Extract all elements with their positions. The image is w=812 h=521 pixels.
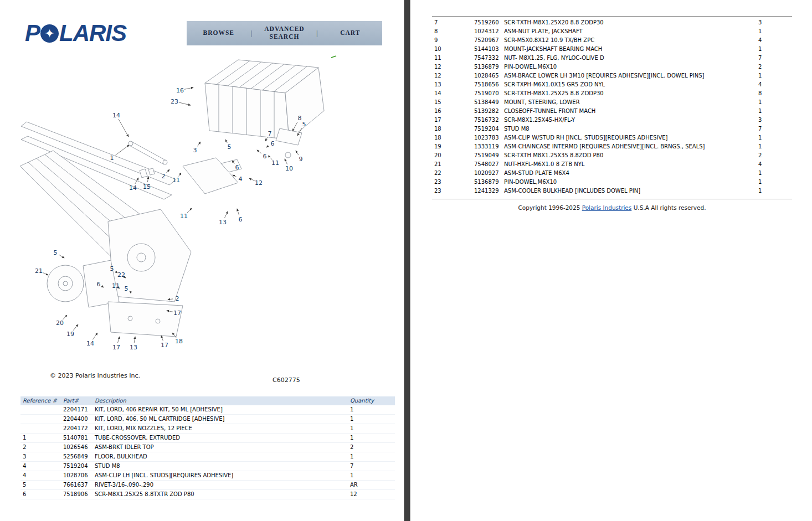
cell-qty: 1 — [348, 452, 395, 462]
table-row: 187519204STUD M87 — [432, 125, 792, 133]
cell-part: 7547332 — [472, 54, 502, 63]
cell-part: 7519049 — [472, 151, 502, 160]
cell-ref: 5 — [20, 481, 61, 490]
cell-ref: 22 — [432, 169, 472, 178]
table-row: 177516732SCR-M8X1.25X45-HX/FL-Y3 — [432, 116, 792, 125]
cell-desc: SCR-TXTH M8X1.25X35 8.8ZOD P80 — [502, 151, 756, 160]
parts-table-left: Reference #Part#DescriptionQuantity 2204… — [20, 396, 395, 499]
callout-number: 7 — [268, 130, 272, 137]
callout-leader — [224, 212, 228, 218]
callout-number: 3 — [193, 147, 197, 154]
cell-part: 7519260 — [472, 18, 502, 27]
callout-leader — [257, 150, 261, 153]
callout-number: 20 — [56, 319, 64, 327]
callout-number: 21 — [35, 267, 43, 275]
cell-desc: ASM-CLIP W/STUD RH [INCL. STUDS][REQUIRE… — [502, 133, 756, 142]
callout-number: 11 — [112, 282, 120, 290]
cell-qty: 4 — [756, 160, 792, 169]
cell-part: 5138449 — [472, 98, 502, 107]
logo-letter-p: P — [25, 22, 40, 45]
cell-part: 7518906 — [61, 490, 92, 499]
cell-qty: 4 — [756, 36, 792, 45]
cell-desc: SCR-TXTH-M8X1.25X25 8.8 ZODP30 — [502, 89, 756, 98]
cell-qty: 1 — [348, 405, 395, 415]
cell-ref — [20, 405, 61, 415]
nav-cart[interactable]: CART — [325, 29, 376, 37]
callout-number: 19 — [66, 331, 74, 338]
nav-advanced-search[interactable]: ADVANCED SEARCH — [259, 25, 310, 41]
cell-desc: TUBE-CROSSOVER, EXTRUDED — [92, 434, 348, 443]
cell-part: 5136879 — [472, 63, 502, 71]
cell-qty: 2 — [756, 151, 792, 160]
cell-qty: 12 — [348, 490, 395, 499]
table-row: 2204171KIT, LORD, 406 REPAIR KIT, 50 ML … — [20, 405, 395, 415]
callout-number: 16 — [176, 87, 184, 94]
cell-qty: 3 — [756, 18, 792, 27]
cell-qty: 1 — [756, 169, 792, 178]
callout-leader — [93, 333, 97, 339]
cell-ref: 20 — [432, 151, 472, 160]
callout-number: 8 — [298, 115, 302, 122]
table-row: 121028465ASM-BRACE LOWER LH 3M10 [REQUIR… — [432, 71, 792, 80]
cell-qty: 1 — [348, 415, 395, 424]
cell-part: 1023783 — [472, 133, 502, 142]
callout-number: 2 — [176, 295, 179, 302]
table-row: 77519260SCR-TXTH-M8X1.25X20 8.8 ZODP303 — [432, 18, 792, 27]
cell-ref: 21 — [432, 160, 472, 169]
cell-part: 7518656 — [472, 80, 502, 89]
parts-table-right: 77519260SCR-TXTH-M8X1.25X20 8.8 ZODP3038… — [432, 18, 792, 195]
callout-leader — [285, 159, 287, 164]
callout-number: 11 — [271, 159, 279, 167]
table-row: 81024312ASM-NUT PLATE, JACKSHAFT1 — [432, 27, 792, 36]
cell-desc: NUT-HXFL-M6X1.0 8 ZTB NYL — [502, 160, 756, 169]
polaris-industries-link[interactable]: Polaris Industries — [582, 204, 632, 211]
cell-qty: 7 — [756, 125, 792, 133]
footer-copyright: Copyright 1996-2025 Polaris Industries U… — [432, 204, 792, 211]
table-row: 41028706ASM-CLIP LH [INCL. STUDS][REQUIR… — [20, 471, 395, 481]
cell-qty: 1 — [756, 27, 792, 36]
cell-qty: 1 — [348, 471, 395, 481]
table-row: 2204172KIT, LORD, MIX NOZZLES, 12 PIECE1 — [20, 424, 395, 434]
cell-ref: 23 — [432, 178, 472, 187]
column-header: Quantity — [348, 396, 395, 405]
cell-desc: MOUNT, STEERING, LOWER — [502, 98, 756, 107]
nav-browse[interactable]: BROWSE — [193, 29, 244, 37]
table-row: 221020927ASM-STUD PLATE M6X41 — [432, 169, 792, 178]
callout-number: 5 — [54, 249, 58, 256]
polaris-logo[interactable]: P ✦ LARIS — [20, 21, 187, 45]
nav-separator: | — [250, 30, 252, 37]
cell-qty: 2 — [348, 443, 395, 452]
cell-desc: RIVET-3/16-.090-.290 — [92, 481, 348, 490]
cell-part: 1020927 — [472, 169, 502, 178]
callout-number: 14 — [86, 340, 94, 347]
callout-number: 15 — [143, 183, 151, 190]
cell-desc: SCR-M5X0.8X12 10.9 TX/BH ZPC — [502, 36, 756, 45]
cell-ref: 15 — [432, 98, 472, 107]
cell-desc: PIN-DOWEL,M6X10 — [502, 178, 756, 187]
cell-ref: 4 — [20, 462, 61, 471]
cell-part: 5136879 — [472, 178, 502, 187]
parts-table-right-wrap: 77519260SCR-TXTH-M8X1.25X20 8.8 ZODP3038… — [432, 16, 792, 199]
parts-diagram: 1623148576135611910614152114121113652152… — [17, 53, 388, 371]
table-row: 207519049SCR-TXTH M8X1.25X35 8.8ZOD P802 — [432, 151, 792, 160]
callout-number: 10 — [285, 165, 293, 172]
column-header: Reference # — [20, 396, 61, 405]
cell-qty: 1 — [756, 107, 792, 116]
cell-desc: PIN-DOWEL,M6X10 — [502, 63, 756, 71]
cell-desc: KIT, LORD, MIX NOZZLES, 12 PIECE — [92, 424, 348, 434]
cell-qty: 1 — [756, 98, 792, 107]
polaris-star-icon: ✦ — [40, 24, 59, 43]
callout-leader — [179, 102, 191, 105]
callout-number: 6 — [263, 153, 267, 160]
callout-leader — [225, 140, 227, 143]
table-row: 137518656SCR-TXPH-M6X1.0X15 GR5 ZOD NYL4 — [432, 80, 792, 89]
cell-desc: SCR-M8X1.25X45-HX/FL-Y — [502, 116, 756, 125]
table-row: 165139282CLOSEOFF-TUNNEL FRONT MACH1 — [432, 107, 792, 116]
callout-number: 13 — [130, 344, 137, 351]
cell-part: 7519204 — [472, 125, 502, 133]
cell-desc: KIT, LORD, 406 REPAIR KIT, 50 ML [ADHESI… — [92, 405, 348, 415]
cell-part: 5139282 — [472, 107, 502, 116]
table-row: 97520967SCR-M5X0.8X12 10.9 TX/BH ZPC4 — [432, 36, 792, 45]
table-row: 21026546ASM-BRKT IDLER TOP2 — [20, 443, 395, 452]
callout-leader — [184, 87, 193, 89]
